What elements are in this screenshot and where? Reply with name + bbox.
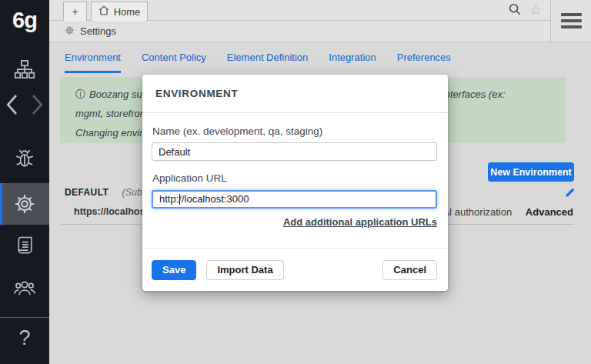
app-root: 6g	[0, 0, 591, 364]
tab-integration[interactable]: Integration	[329, 46, 376, 73]
import-data-button[interactable]: Import Data	[206, 260, 283, 280]
sidebar-item-users[interactable]	[0, 277, 49, 299]
environment-modal: ENVIRONMENT Name (ex. development, qa, s…	[142, 75, 448, 291]
chevron-left-icon[interactable]	[4, 92, 22, 117]
modal-title: ENVIRONMENT	[155, 88, 238, 99]
people-icon	[13, 277, 36, 299]
settings-breadcrumb-label: Settings	[80, 25, 116, 37]
sidebar-nav-arrows	[0, 92, 49, 117]
tab-home-label: Home	[114, 6, 141, 18]
search-icon[interactable]	[508, 2, 522, 19]
add-application-urls-link[interactable]: Add additional application URLs	[283, 216, 437, 228]
star-icon[interactable]: ☆	[530, 4, 542, 17]
cancel-button[interactable]: Cancel	[382, 260, 437, 280]
sidebar-item-debug[interactable]	[0, 148, 49, 169]
modal-footer: Save Import Data Cancel	[142, 248, 448, 291]
home-icon	[98, 5, 109, 18]
question-icon: ?	[18, 326, 30, 350]
tab-environment[interactable]: Environment	[65, 46, 121, 73]
hamburger-menu-icon[interactable]	[561, 13, 582, 28]
sitemap-icon	[14, 58, 35, 80]
environment-name-input[interactable]	[152, 142, 437, 161]
menu-zone	[550, 0, 591, 42]
tab-element-definition[interactable]: Element Definition	[227, 46, 309, 73]
new-environment-button[interactable]: New Environment	[488, 162, 574, 182]
new-tab-button[interactable]: +	[63, 2, 87, 21]
tab-home[interactable]: Home	[91, 2, 148, 21]
application-url-label: Application URL	[152, 172, 227, 184]
scroll-icon	[14, 235, 35, 256]
application-url-input[interactable]: http://localhost:3000	[152, 190, 437, 209]
sidebar-item-script-log[interactable]	[0, 235, 49, 256]
sidebar-item-project-tree[interactable]	[0, 58, 49, 80]
application-url-value: http://localhost:3000	[159, 193, 249, 205]
sidebar-item-settings[interactable]	[0, 183, 49, 225]
name-field-label: Name (ex. development, qa, staging)	[152, 125, 322, 137]
settings-breadcrumb-bar: Settings	[49, 21, 550, 42]
info-icon: ⓘ	[75, 88, 85, 100]
gear-icon	[13, 192, 36, 215]
text-caret	[179, 194, 180, 205]
browser-tab-strip: + Home ☆	[49, 0, 550, 21]
modal-header: ENVIRONMENT	[142, 75, 448, 113]
gear-small-icon	[65, 25, 75, 38]
save-button[interactable]: Save	[152, 260, 196, 280]
boozang-logo: 6g	[0, 8, 49, 33]
advanced-link[interactable]: Advanced	[526, 206, 573, 218]
chevron-right-icon[interactable]	[27, 92, 45, 117]
sidebar: 6g	[0, 0, 49, 364]
sidebar-item-help[interactable]: ?	[0, 326, 49, 350]
tab-preferences[interactable]: Preferences	[397, 46, 451, 73]
edit-environment-icon[interactable]	[564, 187, 576, 202]
tab-strip-actions: ☆	[508, 0, 542, 21]
environment-name: DEFAULT	[65, 187, 109, 198]
sidebar-divider	[0, 317, 49, 318]
tab-content-policy[interactable]: Content Policy	[142, 46, 206, 73]
settings-tabs: Environment Content Policy Element Defin…	[65, 46, 451, 73]
bug-icon	[14, 148, 35, 169]
